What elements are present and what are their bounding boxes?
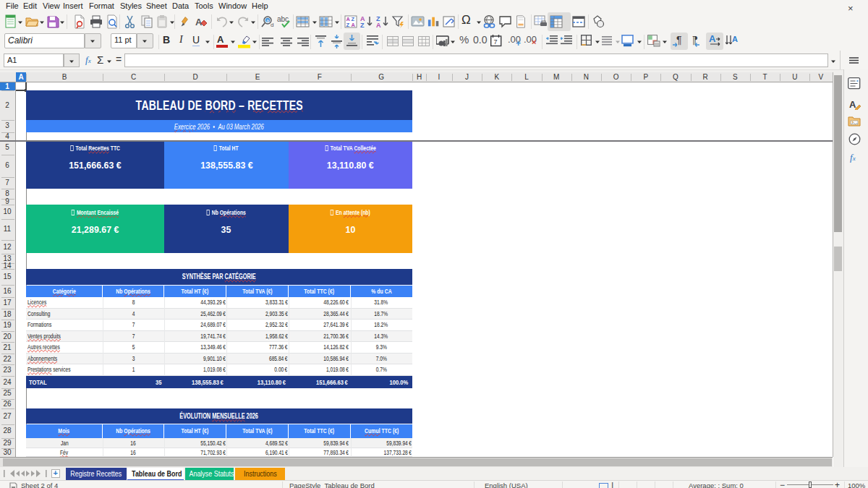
svg-text:A: A [376,22,381,29]
svg-text:Z: Z [346,22,350,28]
svg-text:A: A [352,22,356,28]
svg-text:Z: Z [360,22,365,29]
svg-text:a: a [266,18,269,23]
svg-text:7: 7 [494,38,498,46]
svg-text:A: A [195,17,203,27]
svg-text:A: A [732,35,738,43]
svg-text:abc: abc [277,15,289,23]
svg-text:d: d [271,22,273,28]
